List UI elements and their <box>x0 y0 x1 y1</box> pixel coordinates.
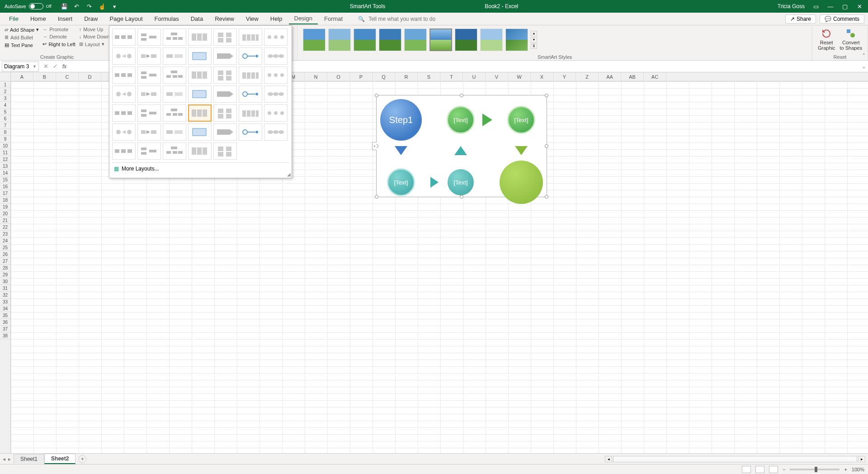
row-header[interactable]: 25 <box>0 244 10 251</box>
row-header[interactable]: 28 <box>0 265 10 271</box>
hscroll-left-icon[interactable]: ◂ <box>605 456 612 462</box>
demote-button[interactable]: →Demote <box>42 33 76 40</box>
convert-to-shapes-button[interactable]: Convert to Shapes <box>840 28 862 52</box>
smartart-node-4[interactable]: [Text] <box>387 168 415 196</box>
layout-thumb[interactable] <box>112 85 136 103</box>
column-header[interactable]: R <box>395 72 418 81</box>
layout-thumb[interactable] <box>112 123 136 141</box>
column-header[interactable]: Q <box>373 72 395 81</box>
minimize-icon[interactable]: — <box>827 3 834 9</box>
tab-insert[interactable]: Insert <box>52 14 78 24</box>
row-header[interactable]: 11 <box>0 149 10 156</box>
layout-thumb[interactable] <box>239 123 262 141</box>
hscroll-right-icon[interactable]: ▸ <box>858 456 865 462</box>
layout-thumb[interactable] <box>112 66 136 84</box>
column-header[interactable]: A <box>11 72 33 81</box>
sheet-nav-next-icon[interactable]: ▸ <box>8 456 11 462</box>
row-header[interactable]: 3 <box>0 95 10 102</box>
tab-design[interactable]: Design <box>289 13 318 24</box>
column-header[interactable]: Y <box>553 72 576 81</box>
layout-thumb[interactable] <box>264 47 288 65</box>
qat-more-icon[interactable]: ▾ <box>111 3 118 10</box>
layout-thumb[interactable] <box>239 66 262 84</box>
name-box[interactable]: Diagram 3 ▼ <box>2 62 39 71</box>
layout-thumb[interactable] <box>137 28 161 46</box>
layout-thumb[interactable] <box>239 28 262 46</box>
styles-scroll-down[interactable]: ▾ <box>531 37 537 43</box>
row-header[interactable]: 30 <box>0 278 10 285</box>
row-header[interactable]: 35 <box>0 312 10 319</box>
undo-icon[interactable]: ↶ <box>73 3 80 10</box>
style-thumb-7[interactable] <box>455 28 477 51</box>
layout-thumb[interactable] <box>112 104 136 122</box>
tell-me-search[interactable]: 🔍 Tell me what you want to do <box>358 16 435 22</box>
row-header[interactable]: 32 <box>0 292 10 299</box>
ribbon-display-icon[interactable]: ▭ <box>813 3 819 9</box>
column-header[interactable]: AC <box>644 72 666 81</box>
resize-handle[interactable] <box>375 195 378 199</box>
layout-thumb[interactable] <box>163 123 186 141</box>
sheet-tab-2[interactable]: Sheet2 <box>44 454 75 464</box>
layout-thumb[interactable] <box>264 123 288 141</box>
layout-thumb[interactable] <box>239 47 262 65</box>
row-header[interactable]: 9 <box>0 136 10 142</box>
layout-thumb[interactable] <box>264 28 288 46</box>
column-header[interactable]: S <box>418 72 440 81</box>
row-header[interactable]: 23 <box>0 231 10 237</box>
row-header[interactable]: 13 <box>0 163 10 170</box>
select-all-corner[interactable] <box>0 72 11 81</box>
tab-file[interactable]: File <box>4 14 24 24</box>
row-header[interactable]: 4 <box>0 102 10 109</box>
row-header[interactable]: 1 <box>0 81 10 88</box>
row-header[interactable]: 8 <box>0 129 10 136</box>
style-thumb-4[interactable] <box>379 28 401 51</box>
resize-handle[interactable] <box>375 94 378 97</box>
layout-thumb[interactable] <box>213 47 237 65</box>
row-header[interactable]: 15 <box>0 176 10 183</box>
resize-handle[interactable] <box>460 94 463 97</box>
layout-thumb[interactable] <box>112 47 136 65</box>
styles-more-button[interactable]: ⊻ <box>531 43 537 49</box>
row-header[interactable]: 29 <box>0 271 10 278</box>
layout-thumb[interactable] <box>264 85 288 103</box>
layout-button[interactable]: ⊞Layout ▾ <box>78 41 111 47</box>
layout-thumb[interactable] <box>163 104 186 122</box>
row-header[interactable]: 21 <box>0 217 10 224</box>
row-header[interactable]: 27 <box>0 258 10 265</box>
move-up-button[interactable]: ↑Move Up <box>78 26 111 33</box>
resize-handle[interactable] <box>545 195 548 199</box>
text-pane-expand-tab[interactable]: ‹ <box>372 142 377 150</box>
column-header[interactable]: AA <box>599 72 621 81</box>
row-header[interactable]: 12 <box>0 156 10 163</box>
zoom-in-icon[interactable]: + <box>844 467 847 472</box>
tab-view[interactable]: View <box>241 14 264 24</box>
layout-thumb[interactable] <box>213 66 237 84</box>
layout-thumb[interactable] <box>137 142 161 160</box>
more-layouts-button[interactable]: ▦ More Layouts... <box>112 162 289 175</box>
layout-thumb[interactable] <box>112 28 136 46</box>
layout-thumb[interactable] <box>213 123 237 141</box>
cancel-formula-icon[interactable]: ✕ <box>43 63 48 70</box>
tab-help[interactable]: Help <box>265 14 288 24</box>
row-header[interactable]: 36 <box>0 319 10 326</box>
save-icon[interactable]: 💾 <box>61 3 68 10</box>
column-header[interactable]: Z <box>576 72 599 81</box>
share-button[interactable]: ↗Share <box>785 14 816 24</box>
reset-graphic-button[interactable]: Reset Graphic <box>818 28 835 52</box>
column-header[interactable]: D <box>79 72 101 81</box>
close-icon[interactable]: ✕ <box>856 3 863 9</box>
layout-thumb[interactable] <box>188 28 212 46</box>
smartart-object[interactable]: ‹ Step1 [Text] [Text] [Text] [Text] <box>376 95 547 197</box>
row-header[interactable]: 16 <box>0 183 10 190</box>
layout-thumb[interactable] <box>163 85 186 103</box>
layout-thumb[interactable] <box>188 85 212 103</box>
normal-view-icon[interactable] <box>742 466 751 473</box>
row-header[interactable]: 33 <box>0 299 10 305</box>
style-thumb-3[interactable] <box>354 28 376 51</box>
column-header[interactable]: AB <box>621 72 644 81</box>
sheet-tab-1[interactable]: Sheet1 <box>14 454 44 464</box>
page-layout-view-icon[interactable] <box>755 466 764 473</box>
comments-button[interactable]: 💬Comments <box>820 14 864 24</box>
column-header[interactable]: N <box>305 72 327 81</box>
redo-icon[interactable]: ↷ <box>86 3 93 10</box>
